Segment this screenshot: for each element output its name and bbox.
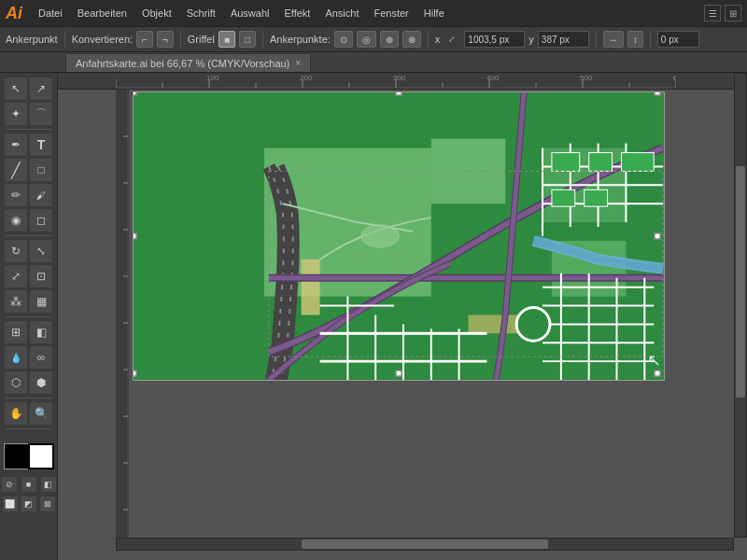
- tab-close-btn[interactable]: ×: [295, 58, 301, 68]
- pen-tool[interactable]: ✒: [4, 133, 28, 157]
- anchor-tc[interactable]: [396, 91, 402, 96]
- free-transform-tool[interactable]: ⊡: [29, 264, 53, 288]
- left-toolbar: ↖ ↗ ✦ ⌒ ✒ T ╱ □ ✏ 🖌 ◉ ◻ ↻ ⤡ ⤢: [0, 73, 58, 560]
- menu-bar: Ai Datei Bearbeiten Objekt Schrift Auswa…: [0, 0, 747, 26]
- symbol-sprayer-tool[interactable]: ⁂: [4, 289, 28, 314]
- h-scroll-thumb[interactable]: [302, 539, 548, 549]
- menu-bearbeiten[interactable]: Bearbeiten: [71, 5, 134, 21]
- reflect-h-btn[interactable]: ↔: [603, 31, 624, 48]
- tool-row-select: ↖ ↗: [4, 77, 53, 101]
- menu-objekt[interactable]: Objekt: [135, 5, 178, 21]
- ruler-top-svg: 100 200 300 400 500 600 700: [116, 73, 676, 89]
- change-screen-mode-btn[interactable]: ⬜: [2, 496, 19, 512]
- magic-wand-tool[interactable]: ✦: [4, 102, 28, 126]
- arrange-icon[interactable]: ⊞: [725, 5, 741, 21]
- h-scrollbar[interactable]: [116, 538, 734, 551]
- y-label: y: [529, 34, 534, 45]
- svg-point-31: [361, 225, 399, 247]
- app-logo: Ai: [6, 5, 22, 21]
- scale-tool[interactable]: ⤡: [29, 239, 53, 263]
- fill-swatch[interactable]: [4, 443, 30, 469]
- menu-schrift[interactable]: Schrift: [180, 5, 222, 21]
- menu-hilfe[interactable]: Hilfe: [417, 5, 451, 21]
- direct-select-tool[interactable]: ↗: [29, 77, 53, 101]
- tool-sep-3: [6, 316, 52, 317]
- anchor-bc[interactable]: [396, 371, 402, 377]
- v-scroll-thumb[interactable]: [736, 166, 745, 398]
- zoom-tool[interactable]: 🔍: [29, 401, 53, 426]
- tool-row-eyedropper: 💧 ∞: [4, 345, 53, 370]
- map-container: [133, 91, 665, 381]
- line-tool[interactable]: ╱: [4, 158, 28, 182]
- anchor-bl[interactable]: [133, 371, 137, 377]
- rotate-tool[interactable]: ↻: [4, 239, 28, 263]
- anchor-tl[interactable]: [133, 91, 137, 96]
- control-bar: Ankerpunkt Konvertieren: ⌐ ¬ Griffel ■ □…: [0, 26, 747, 52]
- type-tool[interactable]: T: [29, 133, 53, 157]
- svg-rect-38: [585, 189, 608, 206]
- anchor-btn-1[interactable]: ⊙: [334, 31, 353, 48]
- menu-fenster[interactable]: Fenster: [367, 5, 415, 21]
- x-label: x: [435, 34, 441, 45]
- svg-text:100: 100: [206, 74, 219, 82]
- corner-btn-1[interactable]: ⌐: [136, 31, 153, 48]
- tool-row-symbol: ⁂ ▦: [4, 289, 53, 314]
- tool-row-paint: ⬡ ⬢: [4, 371, 53, 395]
- screen-mode-btn[interactable]: ◩: [21, 496, 37, 512]
- fill-none-btn[interactable]: ⊘: [1, 476, 18, 493]
- konvertieren-label: Konvertieren:: [72, 34, 133, 45]
- map-svg: [134, 92, 664, 380]
- anchor-btn-3[interactable]: ⊕: [380, 31, 399, 48]
- ankerpunkte-label: Ankerpunkte:: [270, 34, 331, 45]
- svg-text:400: 400: [486, 74, 500, 82]
- stroke-swatch[interactable]: [28, 443, 54, 469]
- svg-rect-5: [302, 259, 320, 315]
- menu-datei[interactable]: Datei: [32, 5, 69, 21]
- gradient-swatch-btn[interactable]: ◧: [40, 476, 57, 493]
- mesh-tool[interactable]: ⊞: [4, 320, 28, 344]
- warp-tool[interactable]: ⤢: [4, 264, 28, 288]
- tool-row-hand: ✋ 🔍: [4, 401, 53, 426]
- select-tool[interactable]: ↖: [4, 77, 28, 101]
- eraser-tool[interactable]: ◻: [29, 208, 53, 232]
- griffel-btn-1[interactable]: ■: [218, 31, 235, 48]
- perspective-tool[interactable]: ⬢: [29, 371, 53, 395]
- reflect-v-btn[interactable]: ↕: [627, 31, 643, 48]
- menu-auswahl[interactable]: Auswahl: [224, 5, 276, 21]
- lasso-tool[interactable]: ⌒: [29, 102, 53, 126]
- svg-text:600: 600: [673, 74, 676, 82]
- brush-tool[interactable]: 🖌: [29, 183, 53, 207]
- document-tab[interactable]: Anfahrtskarte.ai bei 66,67 % (CMYK/Vorsc…: [65, 53, 311, 72]
- anchor-btn-4[interactable]: ⊗: [402, 31, 421, 48]
- ruler-left-svg: [116, 90, 129, 538]
- anchor-br[interactable]: [655, 371, 661, 377]
- menu-ansicht[interactable]: Ansicht: [318, 5, 365, 21]
- anchor-btn-2[interactable]: ◎: [357, 31, 376, 48]
- mode-icon[interactable]: ☰: [704, 5, 721, 21]
- anchor-mr[interactable]: [655, 233, 661, 240]
- hand-tool[interactable]: ✋: [4, 401, 28, 426]
- fullscreen-btn[interactable]: ⊠: [39, 496, 56, 512]
- cursor-indicator: ↖: [647, 350, 661, 371]
- blob-brush-tool[interactable]: ◉: [4, 208, 28, 232]
- griffel-btn-2[interactable]: □: [239, 31, 256, 48]
- color-btn[interactable]: ■: [21, 476, 37, 493]
- y-input[interactable]: [538, 31, 589, 48]
- rect-tool[interactable]: □: [29, 158, 53, 182]
- blend-tool[interactable]: ∞: [29, 345, 53, 370]
- corner-btn-2[interactable]: ¬: [157, 31, 174, 48]
- x-input[interactable]: [464, 31, 525, 48]
- extra-input[interactable]: [657, 31, 699, 48]
- eyedropper-tool[interactable]: 💧: [4, 345, 28, 370]
- v-scrollbar[interactable]: [734, 73, 747, 538]
- live-paint-tool[interactable]: ⬡: [4, 371, 28, 395]
- color-swatch-area: [4, 436, 54, 473]
- anchor-ml[interactable]: [133, 233, 137, 240]
- pencil-tool[interactable]: ✏: [4, 183, 28, 207]
- gradient-tool[interactable]: ◧: [29, 320, 53, 344]
- tool-row-line: ╱ □: [4, 158, 53, 182]
- graph-tool[interactable]: ▦: [29, 289, 53, 314]
- menu-effekt[interactable]: Effekt: [277, 5, 317, 21]
- anchor-tr[interactable]: [655, 91, 661, 96]
- main-area: ↖ ↗ ✦ ⌒ ✒ T ╱ □ ✏ 🖌 ◉ ◻ ↻ ⤡ ⤢: [0, 73, 747, 560]
